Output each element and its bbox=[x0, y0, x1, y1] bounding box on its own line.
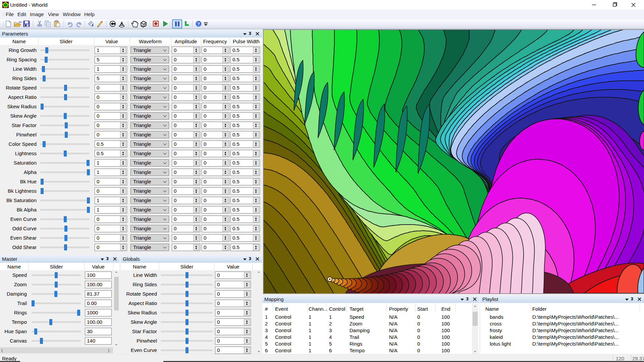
svg-text:?: ? bbox=[197, 21, 200, 26]
